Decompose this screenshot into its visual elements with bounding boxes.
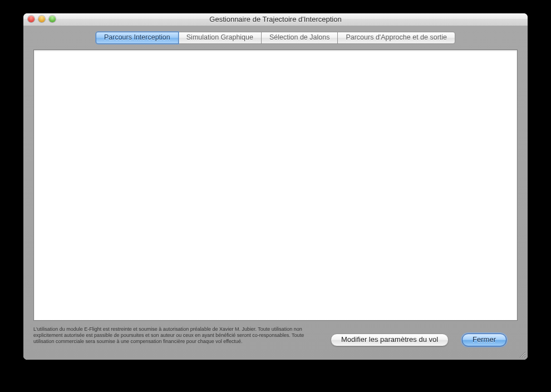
window-body: Parcours Interception Simulation Graphiq… — [23, 26, 528, 360]
button-label: Modifier les paramètres du vol — [341, 335, 438, 344]
minimize-window-button[interactable] — [38, 16, 45, 22]
svg-line-5 — [525, 357, 525, 357]
tab-selection-de-jalons[interactable]: Sélection de Jalons — [261, 32, 338, 44]
resize-grip-icon[interactable] — [518, 350, 526, 358]
tab-simulation-graphique[interactable]: Simulation Graphique — [178, 32, 262, 44]
disclaimer-text: L'utilisation du module E-Flight est res… — [33, 326, 323, 345]
button-label: Fermer — [473, 335, 496, 344]
tab-parcours-interception[interactable]: Parcours Interception — [96, 32, 179, 44]
window: Gestionnaire de Trajectoire d'Intercepti… — [23, 13, 528, 360]
tab-label: Parcours Interception — [104, 33, 170, 41]
titlebar: Gestionnaire de Trajectoire d'Intercepti… — [23, 13, 528, 26]
content-pane — [33, 50, 518, 321]
zoom-window-button[interactable] — [49, 16, 56, 22]
window-title: Gestionnaire de Trajectoire d'Intercepti… — [209, 15, 341, 23]
tab-label: Parcours d'Approche et de sortie — [346, 33, 447, 41]
close-window-button[interactable] — [28, 16, 35, 22]
tab-strip: Parcours Interception Simulation Graphiq… — [23, 32, 528, 44]
traffic-lights — [28, 16, 56, 22]
tab-label: Sélection de Jalons — [269, 33, 329, 41]
tab-label: Simulation Graphique — [186, 33, 253, 41]
close-button[interactable]: Fermer — [462, 334, 506, 346]
footer: L'utilisation du module E-Flight est res… — [33, 325, 518, 354]
tab-parcours-approche-sortie[interactable]: Parcours d'Approche et de sortie — [337, 32, 455, 44]
modify-flight-parameters-button[interactable]: Modifier les paramètres du vol — [331, 334, 449, 346]
footer-buttons: Modifier les paramètres du vol Fermer — [331, 334, 506, 346]
